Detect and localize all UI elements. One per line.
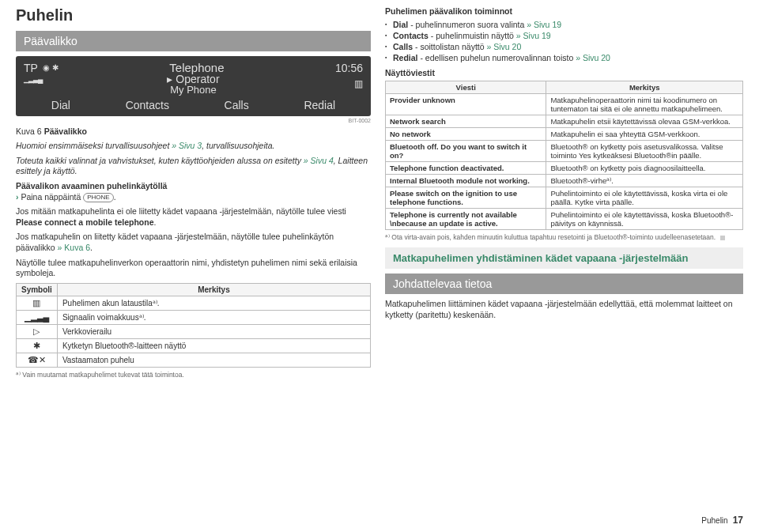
menu-calls[interactable]: Calls: [225, 99, 249, 111]
footnote-right: ᵃ⁾ Ota virta-avain pois, kahden minuutin…: [385, 233, 743, 241]
th-symbol: Symboli: [17, 284, 58, 296]
page-title: Puhelin: [16, 6, 371, 25]
battery-icon: ▥: [354, 78, 363, 89]
table-row: Network searchMatkapuhelin etsii käytett…: [386, 115, 743, 127]
bt-symbol-icon: ✱: [17, 339, 58, 353]
missed-call-icon: ☎✕: [17, 353, 58, 368]
link-figure-6[interactable]: » Kuva 6: [55, 243, 90, 252]
table-row: ▷Verkkovierailu: [17, 325, 371, 339]
list-item: Contacts - puhelinmuistin näyttö » Sivu …: [385, 30, 743, 41]
menu-row: Dial Contacts Calls Redial: [24, 99, 363, 111]
list-item: Dial - puhelinnumeron suora valinta » Si…: [385, 19, 743, 30]
device-screenshot: TP ◉ ✱ Telephone 10:56 ▁▂▃▄ ▥ ▸ Operator…: [16, 56, 371, 116]
table-row: Please switch on the ignition to use tel…: [386, 187, 743, 208]
figure-caption: Kuva 6 Päävalikko: [16, 126, 371, 136]
end-marker-icon: [720, 236, 725, 240]
table-row: ☎✕Vastaamaton puhelu: [17, 353, 371, 368]
footnote-left: ᵃ⁾ Vain muutamat matkapuhelimet tukevat …: [16, 371, 371, 379]
link-page-4[interactable]: » Sivu 4: [301, 156, 334, 165]
circle-icon: ◉: [43, 63, 50, 72]
bluetooth-icon: ✱: [52, 63, 59, 72]
roaming-symbol-icon: ▷: [17, 325, 58, 339]
link-page-19a[interactable]: » Sivu 19: [524, 20, 561, 29]
para-6: Näytölle tulee matkapuhelinverkon operaa…: [16, 258, 371, 279]
status-icons-left: ◉ ✱: [43, 63, 59, 72]
head-messages: Näyttöviestit: [385, 68, 743, 79]
table-row: ▥Puhelimen akun lataustilaᵃ⁾.: [17, 296, 371, 311]
page-footer: Puhelin17: [701, 515, 743, 526]
section-bar-2: Johdattelevaa tietoa: [385, 274, 743, 294]
list-item: Calls - soittolistan näyttö » Sivu 20: [385, 41, 743, 52]
signal-symbol-icon: ▁▂▃▄: [17, 311, 58, 325]
table-row: ✱Kytketyn Bluetooth®-laitteen näyttö: [17, 339, 371, 353]
link-page-19b[interactable]: » Sivu 19: [514, 31, 551, 40]
menu-dial[interactable]: Dial: [51, 99, 70, 111]
list-item: Redial - edellisen puhelun numerovalinna…: [385, 52, 743, 63]
th-message: Viesti: [386, 81, 546, 93]
link-page-20b[interactable]: » Sivu 20: [573, 53, 610, 62]
phone-name: My Phone: [24, 84, 363, 96]
para-last: Matkapuhelimen liittäminen kädet vapaana…: [385, 299, 743, 320]
symbols-table: SymboliMerkitys ▥Puhelimen akun latausti…: [16, 283, 371, 368]
head-functions: Puhelimen päävalikon toiminnot: [385, 6, 743, 17]
table-row: Telephone is currently not available \nb…: [386, 208, 743, 229]
menu-redial[interactable]: Redial: [304, 99, 335, 111]
battery-symbol-icon: ▥: [17, 296, 58, 311]
th-meaning2: Merkitys: [546, 81, 743, 93]
para-2: Toteuta kaikki valinnat ja vahvistukset,…: [16, 156, 371, 177]
para-3: Päävalikon avaaminen puhelinkäytöllä Pai…: [16, 181, 371, 202]
clock: 10:56: [335, 62, 363, 74]
link-page-20a[interactable]: » Sivu 20: [485, 42, 522, 51]
menu-contacts[interactable]: Contacts: [126, 99, 169, 111]
para-4: Jos mitään matkapuhelinta ei ole liitett…: [16, 206, 371, 228]
table-row: ▁▂▃▄Signaalin voimakkuusᵃ⁾.: [17, 311, 371, 325]
para-5: Jos matkapuhelin on liitetty kädet vapaa…: [16, 232, 371, 253]
right-column: Puhelimen päävalikon toiminnot Dial - pu…: [385, 6, 743, 379]
table-row: No networkMatkapuhelin ei saa yhteyttä G…: [386, 127, 743, 140]
table-row: Internal Bluetooth module not working.Bl…: [386, 174, 743, 187]
th-meaning: Merkitys: [57, 284, 370, 296]
table-row: Provider unknownMatkapuhelinoperaattorin…: [386, 93, 743, 115]
section-heading: Matkapuhelimen yhdistäminen kädet vapaan…: [385, 247, 743, 269]
table-row: Bluetooth off. Do you want to switch it …: [386, 140, 743, 161]
functions-list: Dial - puhelinnumeron suora valinta » Si…: [385, 19, 743, 64]
tp-indicator: TP: [24, 62, 38, 74]
table-row: Telephone function deactivated.Bluetooth…: [386, 161, 743, 174]
messages-table: ViestiMerkitys Provider unknownMatkapuhe…: [385, 81, 743, 230]
para-1: Huomioi ensimmäiseksi turvallisuusohjeet…: [16, 141, 371, 152]
page-number: 17: [733, 515, 743, 526]
phone-key: PHONE: [83, 193, 113, 202]
section-bar-main: Päävalikko: [16, 31, 371, 51]
link-page-3[interactable]: » Sivu 3: [169, 141, 202, 150]
left-column: Puhelin Päävalikko TP ◉ ✱ Telephone 10:5…: [16, 6, 371, 379]
signal-icon: ▁▂▃▄: [24, 75, 42, 83]
page-content: Puhelin Päävalikko TP ◉ ✱ Telephone 10:5…: [0, 0, 759, 379]
image-code: BIT-0002: [16, 118, 371, 123]
